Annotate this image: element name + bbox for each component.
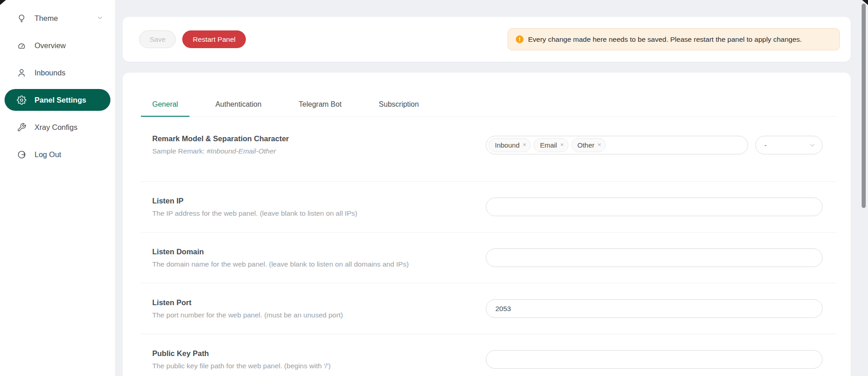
sidebar-item-inbounds[interactable]: Inbounds <box>5 62 110 84</box>
field-title: Listen Port <box>152 298 486 307</box>
remove-tag-icon[interactable]: × <box>523 142 526 148</box>
field-description: The domain name for the web panel. (leav… <box>152 260 486 268</box>
remove-tag-icon[interactable]: × <box>560 142 564 148</box>
warning-alert-text: Every change made here needs to be saved… <box>528 35 802 44</box>
scrollbar-thumb[interactable] <box>862 4 866 208</box>
field-control <box>486 198 823 216</box>
field-title: Public Key Path <box>152 349 486 358</box>
field-description: The IP address for the web panel. (leave… <box>152 209 486 218</box>
warning-icon: ! <box>516 35 524 43</box>
tag-other: Other × <box>571 138 606 152</box>
sidebar-item-log-out[interactable]: Log Out <box>5 143 110 165</box>
field-title: Listen IP <box>152 197 486 205</box>
remove-tag-icon[interactable]: × <box>598 142 601 148</box>
restart-panel-button[interactable]: Restart Panel <box>182 30 246 48</box>
field-title: Remark Model & Separation Character <box>152 134 486 143</box>
dashboard-icon <box>17 41 26 50</box>
sidebar-item-label: Overview <box>35 41 103 50</box>
field-label-block: Listen Domain The domain name for the we… <box>141 247 486 268</box>
field-label-block: Listen Port The port number for the web … <box>141 298 486 319</box>
warning-alert: ! Every change made here needs to be sav… <box>508 28 840 50</box>
field-description: The public key file path for the web pan… <box>152 362 486 370</box>
sidebar-item-panel-settings[interactable]: Panel Settings <box>5 89 110 111</box>
tab-authentication[interactable]: Authentication <box>204 94 273 116</box>
form-row-listen-port: Listen Port The port number for the web … <box>141 283 837 334</box>
sidebar-item-theme[interactable]: Theme <box>5 7 110 29</box>
field-control <box>486 350 823 369</box>
tab-subscription[interactable]: Subscription <box>368 94 430 116</box>
sidebar: Theme Overview Inbounds Panel Settings X… <box>0 0 115 376</box>
public-key-path-input[interactable] <box>486 350 823 369</box>
sidebar-item-label: Theme <box>35 14 97 23</box>
form-row-listen-domain: Listen Domain The domain name for the we… <box>141 233 837 283</box>
logout-icon <box>17 150 26 159</box>
field-description: Sample Remark: #Inbound-Email-Other <box>152 147 486 155</box>
sidebar-item-overview[interactable]: Overview <box>5 35 110 56</box>
tag-inbound: Inbound × <box>489 138 531 152</box>
sidebar-item-label: Log Out <box>35 150 103 159</box>
tab-telegram-bot[interactable]: Telegram Bot <box>287 94 353 116</box>
chevron-down-icon <box>809 142 816 148</box>
chevron-down-icon <box>97 14 103 23</box>
toolbar: Save Restart Panel ! Every change made h… <box>123 17 851 62</box>
field-control <box>486 248 823 267</box>
gear-icon <box>17 95 26 105</box>
field-label-block: Remark Model & Separation Character Samp… <box>141 134 486 155</box>
bulb-icon <box>17 14 26 23</box>
field-control <box>486 299 823 318</box>
panel-settings-card: General Authentication Telegram Bot Subs… <box>123 73 851 376</box>
tag-email: Email × <box>534 138 568 152</box>
tab-general[interactable]: General <box>141 94 190 116</box>
listen-port-input[interactable] <box>486 299 823 318</box>
sidebar-item-label: Inbounds <box>35 69 103 77</box>
remark-model-tag-input[interactable]: Inbound × Email × Other × <box>486 136 748 154</box>
form-row-public-key-path: Public Key Path The public key file path… <box>141 334 837 376</box>
sidebar-item-label: Panel Settings <box>35 96 103 104</box>
listen-domain-input[interactable] <box>486 248 823 267</box>
wrench-icon <box>17 123 26 132</box>
separator-character-select[interactable]: - <box>755 136 823 154</box>
field-title: Listen Domain <box>152 247 486 256</box>
field-label-block: Listen IP The IP address for the web pan… <box>141 197 486 218</box>
form-row-listen-ip: Listen IP The IP address for the web pan… <box>141 182 837 233</box>
field-control: Inbound × Email × Other × - <box>486 136 823 154</box>
main-area: Save Restart Panel ! Every change made h… <box>115 0 868 376</box>
form-row-remark-model: Remark Model & Separation Character Samp… <box>141 117 837 182</box>
field-label-block: Public Key Path The public key file path… <box>141 349 486 370</box>
sidebar-item-label: Xray Configs <box>35 123 103 132</box>
select-value: - <box>764 141 767 149</box>
user-icon <box>17 68 26 78</box>
sidebar-item-xray-configs[interactable]: Xray Configs <box>5 116 110 138</box>
field-description: The port number for the web panel. (must… <box>152 311 486 319</box>
listen-ip-input[interactable] <box>486 198 823 216</box>
tab-bar: General Authentication Telegram Bot Subs… <box>141 94 837 117</box>
save-button[interactable]: Save <box>139 30 176 48</box>
sample-remark-value: #Inbound-Email-Other <box>207 147 276 155</box>
